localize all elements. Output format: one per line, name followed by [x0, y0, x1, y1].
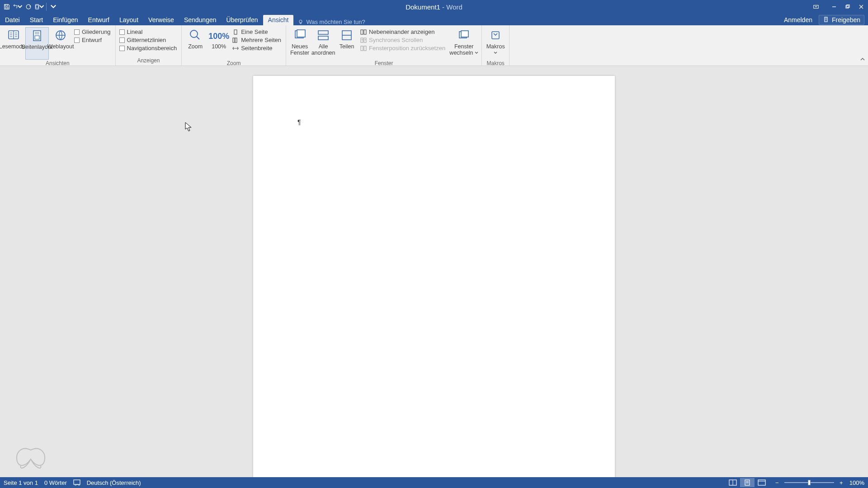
close-button[interactable]: [854, 2, 868, 12]
weblayout-button[interactable]: Weblayout: [49, 27, 72, 60]
dropdown-icon: [475, 51, 478, 55]
nebeneinander-label: Nebeneinander anzeigen: [369, 28, 434, 35]
share-label: Freigeben: [832, 16, 860, 23]
qat-customize-button[interactable]: [48, 2, 58, 12]
tab-ansicht[interactable]: Ansicht: [263, 15, 294, 25]
gliederung-check[interactable]: Gliederung: [74, 28, 111, 35]
alle-anordnen-button[interactable]: Alleanordnen: [311, 27, 335, 60]
svg-rect-24: [364, 30, 366, 34]
qat-touch-mode-button[interactable]: [34, 2, 44, 12]
document-page[interactable]: ¶: [253, 76, 615, 488]
neues-fenster-button[interactable]: NeuesFenster: [288, 27, 311, 60]
web-layout-status-icon: [758, 479, 766, 486]
view-web-layout[interactable]: [755, 478, 769, 487]
quick-access-toolbar: [0, 2, 58, 12]
lesemodus-button[interactable]: Lesemodus: [2, 27, 25, 60]
zoom-out-button[interactable]: −: [774, 479, 781, 486]
minimize-button[interactable]: [827, 2, 841, 12]
lineal-check[interactable]: Lineal: [119, 28, 177, 35]
weblayout-label: Weblayout: [47, 43, 74, 50]
view-mode-buttons: [726, 478, 769, 487]
checkbox-icon: [119, 46, 125, 51]
ribbon: Lesemodus Seitenlayout Weblayout Glieder…: [0, 25, 868, 66]
page-indicator[interactable]: Seite 1 von 1: [4, 479, 38, 486]
view-print-layout[interactable]: [740, 478, 755, 487]
nebeneinander[interactable]: Nebeneinander anzeigen: [360, 28, 445, 35]
seitenbreite-label: Seitenbreite: [241, 45, 272, 52]
minimize-icon: [832, 5, 836, 9]
save-icon: [4, 4, 10, 10]
ribbon-display-icon: [813, 4, 819, 9]
ribbon-display-options-button[interactable]: [809, 2, 823, 12]
redo-icon: [25, 4, 32, 10]
arrange-all-icon: [317, 29, 330, 42]
fenster-wechseln-button[interactable]: Fensterwechseln: [448, 27, 480, 60]
zoom-percent[interactable]: 100%: [849, 479, 864, 486]
tab-sendungen[interactable]: Sendungen: [179, 15, 222, 25]
butterfly-icon: [13, 446, 49, 473]
makros-button[interactable]: Makros: [484, 27, 507, 60]
status-left: Seite 1 von 1 0 Wörter Deutsch (Österrei…: [4, 479, 141, 486]
document-area: ¶: [0, 66, 868, 477]
svg-rect-4: [36, 5, 38, 8]
tell-me-text: Was möchten Sie tun?: [306, 19, 365, 25]
tell-me[interactable]: Was möchten Sie tun?: [293, 19, 369, 25]
tab-ueberpruefen[interactable]: Überprüfen: [222, 15, 263, 25]
window-controls: [809, 2, 868, 12]
account-signin[interactable]: Anmelden: [784, 16, 812, 23]
macros-icon: [489, 29, 502, 42]
entwurf-check[interactable]: Entwurf: [74, 37, 111, 43]
word-count[interactable]: 0 Wörter: [44, 479, 67, 486]
qat-redo-button[interactable]: [24, 2, 33, 12]
checkbox-icon: [119, 38, 125, 43]
tab-verweise[interactable]: Verweise: [143, 15, 179, 25]
tab-start[interactable]: Start: [25, 15, 48, 25]
view-read-mode[interactable]: [726, 478, 740, 487]
svg-rect-19: [297, 30, 305, 37]
share-button[interactable]: Freigeben: [819, 15, 864, 25]
maximize-button[interactable]: [841, 2, 854, 12]
ansichten-extra: Gliederung Entwurf: [72, 27, 113, 43]
collapse-ribbon-button[interactable]: [860, 56, 865, 64]
multi-page-icon: [232, 38, 239, 43]
tabs-right-area: Anmelden Freigeben: [784, 15, 864, 25]
seitenbreite[interactable]: Seitenbreite: [232, 45, 281, 52]
mehrere-seiten[interactable]: Mehrere Seiten: [232, 37, 281, 43]
tab-entwurf[interactable]: Entwurf: [83, 15, 114, 25]
hundred-button[interactable]: 100% 100%: [207, 27, 231, 60]
mehrere-seiten-label: Mehrere Seiten: [241, 37, 281, 43]
zoom-slider-thumb[interactable]: [808, 480, 811, 485]
svg-rect-23: [361, 30, 363, 34]
neues-fenster-label: NeuesFenster: [290, 43, 309, 56]
qat-undo-button[interactable]: [13, 2, 23, 12]
checkbox-icon: [119, 29, 125, 35]
print-layout-icon: [31, 29, 43, 42]
tab-einfuegen[interactable]: Einfügen: [48, 15, 83, 25]
read-mode-status-icon: [729, 479, 737, 486]
zoom-slider: − +: [774, 479, 845, 486]
synchron-scroll: Synchrones Scrollen: [360, 37, 445, 43]
zoom-slider-track[interactable]: [784, 482, 834, 483]
spellcheck-icon[interactable]: [73, 479, 80, 486]
svg-rect-15: [234, 30, 237, 34]
tab-datei[interactable]: Datei: [0, 15, 25, 25]
fenster-extra: Nebeneinander anzeigen Synchrones Scroll…: [359, 27, 448, 52]
language-indicator[interactable]: Deutsch (Österreich): [87, 479, 141, 486]
eine-seite[interactable]: Eine Seite: [232, 28, 281, 35]
web-layout-icon: [54, 29, 67, 42]
teilen-button[interactable]: Teilen: [335, 27, 359, 60]
tab-layout[interactable]: Layout: [114, 15, 143, 25]
svg-rect-16: [233, 38, 235, 42]
qat-save-button[interactable]: [2, 2, 12, 12]
makros-label: Makros: [486, 43, 505, 56]
app-name: Word: [446, 3, 462, 11]
titlebar: Dokument1 - Word: [0, 0, 868, 14]
gitternetz-check[interactable]: Gitternetzlinien: [119, 37, 177, 43]
ribbon-tabs: Datei Start Einfügen Entwurf Layout Verw…: [0, 14, 868, 25]
svg-point-8: [299, 20, 302, 23]
chevron-down-icon: [39, 4, 44, 10]
navigation-check[interactable]: Navigationsbereich: [119, 45, 177, 52]
zoom-button[interactable]: Zoom: [184, 27, 207, 60]
seitenlayout-button[interactable]: Seitenlayout: [25, 27, 49, 60]
zoom-in-button[interactable]: +: [838, 479, 845, 486]
